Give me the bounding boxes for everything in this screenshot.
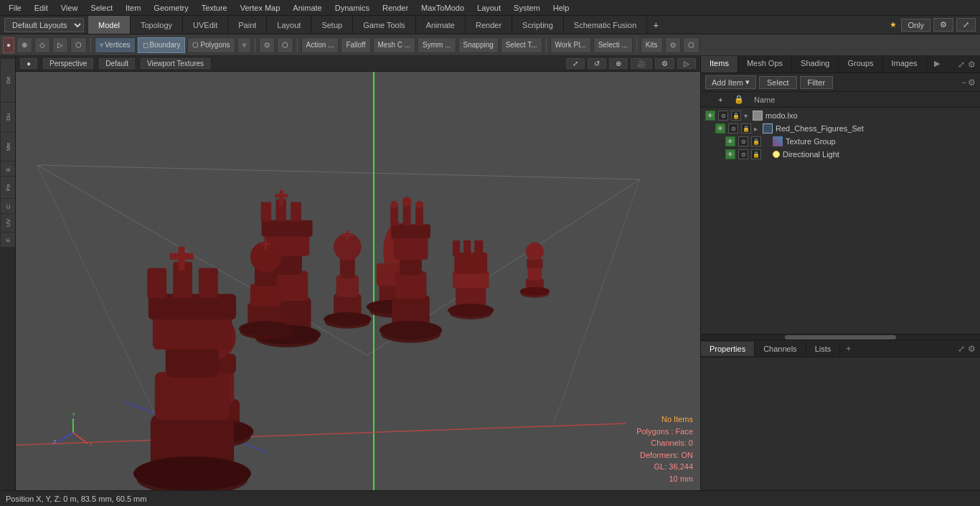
- mode-dot-btn[interactable]: ●: [3, 37, 14, 53]
- viewport-rotate-icon[interactable]: ↺: [588, 58, 606, 69]
- viewport-camera-icon[interactable]: 🎥: [631, 58, 652, 69]
- viewport-perspective-btn[interactable]: Perspective: [43, 58, 93, 69]
- layout-maximize-btn[interactable]: ⤢: [956, 18, 976, 32]
- menu-view[interactable]: View: [55, 2, 84, 14]
- tree-item-modo-lxo[interactable]: 👁 ⊙ 🔒 ▾ modo.lxo: [701, 109, 980, 122]
- prop-tab-properties[interactable]: Properties: [701, 342, 755, 356]
- layout-settings-btn[interactable]: ⚙: [933, 18, 953, 32]
- prop-maximize-btn[interactable]: ⤢: [958, 344, 965, 354]
- tab-images[interactable]: Images: [883, 56, 927, 72]
- layout-tab-topology[interactable]: Topology: [131, 16, 183, 34]
- select-t-btn[interactable]: Select T...: [501, 37, 542, 53]
- sidebar-tool-3[interactable]: Me: [1, 132, 15, 161]
- layout-tab-add[interactable]: +: [647, 17, 664, 34]
- layout-tab-animate[interactable]: Animate: [416, 16, 466, 34]
- menu-help[interactable]: Help: [547, 2, 575, 14]
- vis2-icon-texture[interactable]: ⊙: [738, 136, 748, 146]
- layout-tab-layout[interactable]: Layout: [267, 16, 311, 34]
- layout-tab-uvedit[interactable]: UVEdit: [183, 16, 228, 34]
- expand-modo[interactable]: ▾: [744, 112, 753, 120]
- viewport-textures-btn[interactable]: Viewport Textures: [141, 58, 210, 69]
- menu-layout[interactable]: Layout: [471, 2, 507, 14]
- tab-shading[interactable]: Shading: [792, 56, 839, 72]
- vis2-icon-light[interactable]: ⊙: [738, 149, 748, 159]
- menu-geometry[interactable]: Geometry: [148, 2, 194, 14]
- menu-dynamics[interactable]: Dynamics: [329, 2, 375, 14]
- snapping-btn[interactable]: Snapping: [458, 37, 499, 53]
- layout-tab-render[interactable]: Render: [466, 16, 512, 34]
- vis-icon-chess[interactable]: 👁: [715, 123, 725, 133]
- sidebar-tool-4[interactable]: E.: [1, 161, 15, 176]
- mesh-c-btn[interactable]: Mesh C ...: [373, 37, 416, 53]
- menu-texture[interactable]: Texture: [196, 2, 233, 14]
- sidebar-tool-1[interactable]: De: [1, 59, 15, 102]
- mode-dropdown[interactable]: ▿: [237, 37, 251, 53]
- items-minus-btn[interactable]: −: [961, 78, 966, 88]
- vis2-icon-chess[interactable]: ⊙: [728, 123, 738, 133]
- add-col-icon[interactable]: +: [718, 95, 730, 104]
- action-btn[interactable]: Action ...: [301, 37, 339, 53]
- menu-select[interactable]: Select: [85, 2, 118, 14]
- layout-tab-model[interactable]: Model: [88, 16, 131, 34]
- add-item-button[interactable]: Add Item ▾: [705, 75, 756, 89]
- viewport-shading-btn[interactable]: Default: [99, 58, 135, 69]
- right-tabs-more[interactable]: ▶: [928, 56, 946, 72]
- tree-item-texture-group[interactable]: 👁 ⊙ 🔒 Texture Group: [701, 135, 980, 148]
- tool-circle-plus[interactable]: ⊕: [17, 37, 32, 53]
- prop-tab-channels[interactable]: Channels: [755, 342, 806, 356]
- tool-hex3[interactable]: ⬡: [683, 37, 699, 53]
- tab-groups[interactable]: Groups: [839, 56, 882, 72]
- tool-hex2[interactable]: ⬡: [277, 37, 293, 53]
- menu-edit[interactable]: Edit: [29, 2, 54, 14]
- vis3-icon-texture[interactable]: 🔒: [751, 136, 761, 146]
- tool-diamond[interactable]: ◇: [34, 37, 50, 53]
- tool-sphere[interactable]: ⊙: [259, 37, 275, 53]
- layout-tab-schematic[interactable]: Schematic Fusion: [564, 16, 647, 34]
- prop-tab-add[interactable]: +: [840, 341, 857, 357]
- right-tab-settings[interactable]: ⚙: [968, 60, 976, 70]
- vis3-icon-light[interactable]: 🔒: [751, 149, 761, 159]
- layout-select[interactable]: Default Layouts: [4, 18, 84, 32]
- items-settings-btn[interactable]: ⚙: [968, 78, 976, 88]
- vis3-icon-modo[interactable]: 🔒: [731, 111, 741, 121]
- tree-item-dir-light[interactable]: 👁 ⊙ 🔒 Directional Light: [701, 148, 980, 161]
- menu-animate[interactable]: Animate: [287, 2, 327, 14]
- menu-item[interactable]: Item: [120, 2, 146, 14]
- kits-btn[interactable]: Kits: [641, 37, 663, 53]
- viewport-move-icon[interactable]: ⤢: [566, 58, 585, 69]
- menu-system[interactable]: System: [508, 2, 546, 14]
- sidebar-tool-8[interactable]: F.: [1, 233, 15, 247]
- vis-icon-texture[interactable]: 👁: [725, 136, 735, 146]
- lock-col-icon[interactable]: 🔒: [734, 95, 745, 104]
- vis3-icon-chess[interactable]: 🔒: [741, 123, 751, 133]
- viewport-canvas[interactable]: X Y Z No Items Polygons : Face Channels:…: [16, 72, 700, 490]
- tool-hex[interactable]: ⬡: [70, 37, 87, 53]
- menu-render[interactable]: Render: [377, 2, 414, 14]
- tab-items[interactable]: Items: [701, 56, 738, 72]
- sidebar-tool-7[interactable]: UV: [1, 214, 15, 232]
- sidebar-tool-5[interactable]: Po: [1, 177, 15, 198]
- viewport-toggle-btn[interactable]: ●: [20, 58, 37, 69]
- expand-chess[interactable]: ▸: [754, 125, 763, 133]
- boundary-btn[interactable]: ◻ Boundary: [138, 37, 186, 53]
- menu-vertex-map[interactable]: Vertex Map: [235, 2, 286, 14]
- selection-btn[interactable]: Selecti ...: [593, 37, 633, 53]
- viewport-zoom-icon[interactable]: ⊕: [609, 58, 628, 69]
- work-plane-btn[interactable]: Work Pl...: [550, 37, 591, 53]
- layout-tab-paint[interactable]: Paint: [228, 16, 267, 34]
- layout-tab-setup[interactable]: Setup: [311, 16, 353, 34]
- items-scrollbar[interactable]: [701, 334, 980, 339]
- menu-file[interactable]: File: [3, 2, 27, 14]
- tool-select[interactable]: ▷: [52, 37, 68, 53]
- select-button[interactable]: Select: [759, 76, 797, 89]
- symm-btn[interactable]: Symm ...: [418, 37, 456, 53]
- prop-tab-lists[interactable]: Lists: [806, 342, 841, 356]
- items-tree[interactable]: 👁 ⊙ 🔒 ▾ modo.lxo 👁 ⊙ 🔒 ▸ Red_Chess_Figur…: [701, 108, 980, 334]
- layout-only-btn[interactable]: Only: [901, 19, 930, 32]
- right-tab-maximize[interactable]: ⤢: [958, 60, 965, 70]
- viewport-settings-icon[interactable]: ⚙: [655, 58, 674, 69]
- prop-content[interactable]: [701, 357, 980, 490]
- polygons-btn[interactable]: ⬡ Polygons: [187, 37, 235, 53]
- menu-maxtomodo[interactable]: MaxToModo: [415, 2, 470, 14]
- tree-item-chess-set[interactable]: 👁 ⊙ 🔒 ▸ Red_Chess_Figures_Set: [701, 122, 980, 135]
